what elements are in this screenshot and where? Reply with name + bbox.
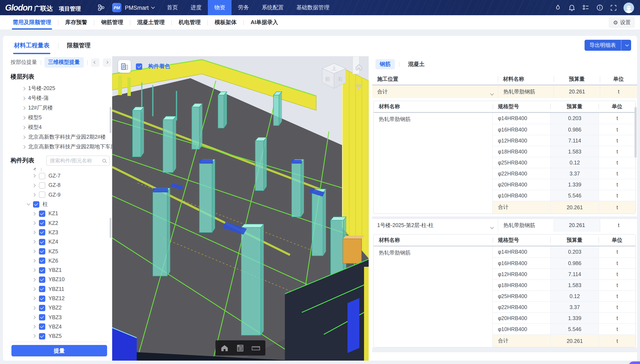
component-item-GZ-8[interactable]: GZ-8	[11, 181, 112, 190]
home-icon[interactable]	[221, 344, 229, 352]
next-page-button[interactable]	[103, 58, 111, 66]
chevron-right-icon[interactable]	[32, 212, 36, 216]
floor-item[interactable]: 模型4	[11, 122, 112, 132]
component-item[interactable]	[11, 168, 112, 171]
chevron-right-icon[interactable]	[32, 334, 36, 338]
panel-scrollbar[interactable]	[634, 107, 636, 158]
bell-icon[interactable]	[568, 4, 576, 12]
module-tab-机电管理[interactable]: 机电管理	[172, 15, 207, 30]
checkbox-unchecked-icon[interactable]	[35, 168, 42, 171]
module-tab-库存预警[interactable]: 库存预警	[58, 15, 94, 30]
floor-item[interactable]: 模型5	[11, 113, 112, 122]
floor-item[interactable]: 4号楼-蒲	[11, 94, 112, 103]
collapse-panel-icon[interactable]	[355, 84, 362, 92]
page-tab-材料工程量表[interactable]: 材料工程量表	[13, 36, 50, 56]
building-view-button[interactable]	[118, 60, 131, 73]
home-view-icon[interactable]	[355, 64, 363, 73]
module-tab-需用及限额管理[interactable]: 需用及限额管理	[6, 15, 58, 30]
location-select[interactable]: 合计	[372, 88, 498, 95]
product-switcher[interactable]: PM PMSmart	[112, 3, 154, 12]
checkbox-checked-icon[interactable]	[39, 258, 45, 264]
chevron-right-icon[interactable]	[32, 306, 36, 310]
component-item-柱[interactable]: 柱	[11, 200, 112, 209]
component-item-KZ3[interactable]: KZ3	[11, 228, 112, 238]
extract-quantity-button[interactable]: 提量	[12, 345, 107, 356]
floor-item[interactable]: 北京高新数字科技产业园2期地下车库人防	[11, 142, 112, 152]
checkbox-checked-icon[interactable]	[39, 248, 45, 254]
component-item-YBZ5[interactable]: YBZ5	[11, 332, 112, 340]
top-nav-item-系统配置[interactable]: 系统配置	[256, 0, 290, 15]
chevron-right-icon[interactable]	[22, 87, 25, 90]
component-list-scrollbar[interactable]	[110, 218, 111, 238]
chevron-right-icon[interactable]	[22, 145, 25, 148]
chevron-right-icon[interactable]	[32, 316, 36, 319]
view-cube[interactable]: 上 前 右	[319, 61, 349, 94]
checkbox-checked-icon[interactable]	[39, 210, 45, 217]
chevron-right-icon[interactable]	[22, 126, 25, 129]
component-item-KZ5[interactable]: KZ5	[11, 247, 112, 256]
component-item-YBZ10[interactable]: YBZ10	[11, 275, 112, 284]
top-nav-item-劳务[interactable]: 劳务	[232, 0, 256, 15]
chevron-right-icon[interactable]	[32, 231, 36, 234]
user-avatar[interactable]	[623, 2, 634, 13]
ruler-icon[interactable]	[252, 344, 260, 352]
material-tab-钢筋[interactable]: 钢筋	[375, 59, 395, 69]
export-dropdown-button[interactable]	[621, 40, 631, 51]
chevron-right-icon[interactable]	[22, 96, 25, 100]
chevron-right-icon[interactable]	[32, 297, 36, 300]
page-tab-限额管理[interactable]: 限额管理	[66, 36, 91, 56]
component-item-YBZ2[interactable]: YBZ2	[11, 303, 112, 313]
module-tab-AI单据录入[interactable]: AI单据录入	[244, 15, 285, 30]
checkbox-checked-icon[interactable]	[39, 267, 45, 273]
chevron-right-icon[interactable]	[32, 193, 36, 196]
top-nav-item-物资[interactable]: 物资	[208, 0, 232, 15]
top-nav-item-基础数据管理[interactable]: 基础数据管理	[290, 0, 336, 15]
checkbox-checked-icon[interactable]	[39, 295, 45, 302]
module-tab-钢筋管理[interactable]: 钢筋管理	[94, 15, 130, 30]
checkbox-checked-icon[interactable]	[39, 286, 45, 292]
chevron-right-icon[interactable]	[32, 288, 36, 291]
chevron-down-icon[interactable]	[27, 202, 30, 205]
fullscreen-icon[interactable]	[610, 4, 617, 11]
chevron-right-icon[interactable]	[32, 259, 36, 262]
mode-by-part[interactable]: 按部位提量	[11, 59, 37, 66]
chevron-right-icon[interactable]	[32, 250, 36, 253]
module-tab-混凝土管理[interactable]: 混凝土管理	[130, 15, 171, 30]
component-item-YBZ1[interactable]: YBZ1	[11, 266, 112, 275]
sheet-icon[interactable]	[236, 344, 244, 352]
chevron-right-icon[interactable]	[32, 240, 36, 244]
component-item-YBZ11[interactable]: YBZ11	[11, 284, 112, 294]
org-structure-icon[interactable]	[98, 4, 105, 11]
component-shading-checkbox[interactable]: 构件着色	[136, 62, 170, 70]
checkbox-checked-icon[interactable]	[39, 276, 45, 283]
chevron-right-icon[interactable]	[22, 136, 25, 139]
top-nav-item-首页[interactable]: 首页	[161, 0, 184, 15]
checkbox-checked-icon[interactable]	[33, 201, 39, 207]
settings-button[interactable]: ⚙ 设置	[609, 17, 635, 28]
checkbox-checked-icon[interactable]	[39, 220, 45, 226]
chevron-right-icon[interactable]	[22, 106, 25, 110]
flame-icon[interactable]	[554, 4, 562, 12]
top-nav-item-进度[interactable]: 进度	[184, 0, 208, 15]
module-tab-模板架体[interactable]: 模板架体	[208, 15, 243, 30]
chevron-right-icon[interactable]	[32, 278, 36, 281]
checkbox-checked-icon[interactable]	[39, 305, 45, 311]
chevron-right-icon[interactable]	[22, 116, 25, 120]
component-item-KZ4[interactable]: KZ4	[11, 237, 112, 247]
prev-page-button[interactable]	[91, 58, 99, 66]
location-select[interactable]: 1号楼-2025-第2层-柱-柱	[372, 222, 498, 229]
info-icon[interactable]	[596, 4, 604, 12]
component-item-GZ-7[interactable]: GZ-7	[11, 171, 112, 181]
checkbox-checked-icon[interactable]	[39, 324, 45, 330]
floor-list-scrollbar[interactable]	[110, 107, 111, 133]
component-item-YBZ4[interactable]: YBZ4	[11, 322, 112, 332]
chevron-right-icon[interactable]	[32, 221, 36, 225]
component-search-input[interactable]: 搜索构件/图元名称	[46, 156, 110, 166]
checkbox-checked-icon[interactable]	[39, 239, 45, 245]
floor-item[interactable]: 1号楼-2025	[11, 84, 112, 94]
chevron-right-icon[interactable]	[32, 325, 36, 328]
component-item-GZ-9[interactable]: GZ-9	[11, 190, 112, 200]
checkbox-unchecked-icon[interactable]	[39, 182, 45, 188]
floor-item[interactable]: 12#厂房楼	[11, 103, 112, 113]
task-list-icon[interactable]	[582, 4, 590, 12]
